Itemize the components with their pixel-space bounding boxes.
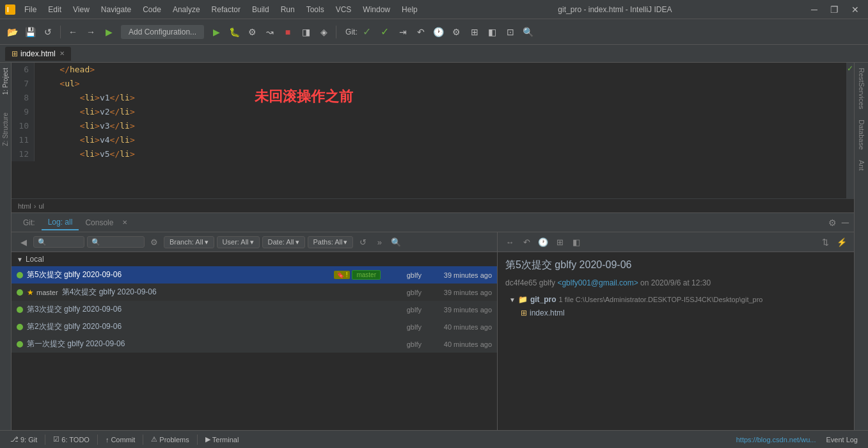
commit-row-3[interactable]: 第3次提交 gblfy 2020-09-06 gblfy 39 minutes … xyxy=(12,301,497,318)
add-configuration-button[interactable]: Add Configuration... xyxy=(121,25,204,39)
sort-icon[interactable]: ⇅ xyxy=(818,235,832,249)
save-button[interactable]: 💾 xyxy=(22,24,38,40)
paths-filter-button[interactable]: Paths: All ▾ xyxy=(308,236,354,248)
local-section-header[interactable]: ▼ Local xyxy=(12,252,497,266)
commit-row-5[interactable]: 第一次提交 gblfy 2020-09-06 gblfy 40 minutes … xyxy=(12,335,497,353)
tab-index-html[interactable]: ⊞ index.html ✕ xyxy=(5,47,71,61)
repo-header[interactable]: ▼ 📁 git_pro 1 file C:\Users\Administrato… xyxy=(505,292,846,307)
branch-filter-button[interactable]: Branch: All ▾ xyxy=(164,236,214,248)
build-button[interactable]: ⚙ xyxy=(244,24,260,40)
debug-button[interactable]: 🐛 xyxy=(226,24,242,40)
menu-vcs[interactable]: VCS xyxy=(331,4,357,15)
status-todo-item[interactable]: ☑ 6: TODO xyxy=(48,434,95,445)
stop-button[interactable]: ■ xyxy=(280,24,296,40)
panel-tab-git[interactable]: Git: xyxy=(17,216,42,230)
diff-settings-5[interactable]: ◧ xyxy=(569,235,583,249)
sidebar-project-label[interactable]: 1: Project xyxy=(1,65,10,97)
sidebar-structure-label[interactable]: Z: Structure xyxy=(1,110,10,148)
panel-tab-log[interactable]: Log: all xyxy=(42,215,79,230)
git-collapse-button[interactable]: ◀ xyxy=(17,235,31,249)
event-log-item[interactable]: Event Log xyxy=(821,435,863,445)
close-button[interactable]: ✕ xyxy=(848,3,863,16)
menu-code[interactable]: Code xyxy=(138,4,166,15)
git-search-input[interactable] xyxy=(33,236,84,248)
menu-file[interactable]: File xyxy=(19,4,42,15)
bookmark-tag-1: 🔖 ! xyxy=(334,271,351,279)
git-search-button[interactable]: 🔍 xyxy=(520,24,537,40)
menu-build[interactable]: Build xyxy=(247,4,274,15)
panel-tab-console[interactable]: Console xyxy=(79,216,120,230)
diff-settings-3[interactable]: 🕐 xyxy=(536,235,550,249)
breadcrumb-separator: › xyxy=(34,202,36,210)
git-branches-button[interactable]: ⊞ xyxy=(466,24,483,40)
coverage-button[interactable]: ◨ xyxy=(297,24,314,40)
run-config-arrow[interactable]: ▶ xyxy=(100,24,117,40)
user-filter-button[interactable]: User: All ▾ xyxy=(217,236,260,248)
git-stash-button[interactable]: ◧ xyxy=(484,24,501,40)
console-tab-close[interactable]: ✕ xyxy=(122,219,127,226)
git-text-search-icon[interactable]: 🔍 xyxy=(389,235,403,249)
commit-row-4[interactable]: 第2次提交 gblfy 2020-09-06 gblfy 40 minutes … xyxy=(12,318,497,335)
rest-services-label[interactable]: RestServices xyxy=(856,63,867,115)
breadcrumb-html[interactable]: html xyxy=(18,202,31,210)
date-filter-button[interactable]: Date: All ▾ xyxy=(262,236,305,248)
diff-settings-4[interactable]: ⊞ xyxy=(553,235,567,249)
editor-tab-bar: ⊞ index.html ✕ xyxy=(0,45,868,63)
restore-button[interactable]: ❐ xyxy=(826,3,842,16)
code-line-11: 11 <li>v4</li> xyxy=(12,133,854,147)
git-fetch-button[interactable]: ⊡ xyxy=(502,24,519,40)
menu-view[interactable]: View xyxy=(68,4,95,15)
status-terminal-item[interactable]: ▶ Terminal xyxy=(200,434,244,445)
repo-arrow-icon: ▼ xyxy=(509,296,516,303)
tab-close-button[interactable]: ✕ xyxy=(59,50,65,57)
commit-hash-value: dc4f4e65 xyxy=(505,278,537,287)
menu-refactor[interactable]: Refactor xyxy=(207,4,246,15)
status-problems-item[interactable]: ⚠ Problems xyxy=(146,434,194,445)
menu-window[interactable]: Window xyxy=(358,4,395,15)
git-check-1[interactable]: ✓ xyxy=(359,24,375,40)
menu-edit[interactable]: Edit xyxy=(43,4,67,15)
git-revert-button[interactable]: ↶ xyxy=(413,24,429,40)
resume-button[interactable]: ↝ xyxy=(262,24,278,40)
git-push-button[interactable]: ⚙ xyxy=(448,24,465,40)
git-more-icon[interactable]: » xyxy=(372,235,386,249)
editor-scrollbar[interactable]: ✓ xyxy=(846,63,854,198)
commit-dot-3 xyxy=(17,307,23,313)
git-filter-input[interactable] xyxy=(87,236,145,248)
database-label[interactable]: Database xyxy=(856,115,867,155)
code-editor: 6 </head> 7 <ul> 8 <li>v1</li> 9 <li>v2<… xyxy=(12,63,854,198)
file-item-1[interactable]: ⊞ index.html xyxy=(505,307,846,319)
forward-button[interactable]: → xyxy=(83,24,99,40)
git-merge-button[interactable]: ⇥ xyxy=(395,24,411,40)
profile-button[interactable]: ◈ xyxy=(315,24,332,40)
sync-button[interactable]: ↺ xyxy=(40,24,56,40)
breadcrumb-ul[interactable]: ul xyxy=(38,202,44,210)
local-section-label: Local xyxy=(26,255,44,264)
open-button[interactable]: 📂 xyxy=(4,24,20,40)
git-check-2[interactable]: ✓ xyxy=(377,24,393,40)
filter-icon[interactable]: ⚡ xyxy=(835,235,849,249)
diff-settings-1[interactable]: ↔ xyxy=(503,235,517,249)
menu-help[interactable]: Help xyxy=(397,4,423,15)
panel-minimize-icon[interactable]: ─ xyxy=(842,217,849,228)
menu-run[interactable]: Run xyxy=(276,4,300,15)
minimize-button[interactable]: ─ xyxy=(807,3,821,16)
commit-row-2[interactable]: ★ master 第4次提交 gblfy 2020-09-06 gblfy 39… xyxy=(12,284,497,301)
status-git-item[interactable]: ⎇ 9: Git xyxy=(5,434,42,445)
play-button[interactable]: ▶ xyxy=(208,24,225,40)
code-line-8: 8 <li>v1</li> xyxy=(12,91,854,105)
git-history-button[interactable]: 🕐 xyxy=(430,24,447,40)
git-refresh-icon[interactable]: ↺ xyxy=(356,235,370,249)
ant-label[interactable]: Ant xyxy=(856,155,867,176)
back-button[interactable]: ← xyxy=(65,24,81,40)
panel-settings-icon[interactable]: ⚙ xyxy=(828,218,837,228)
menu-analyze[interactable]: Analyze xyxy=(168,4,205,15)
status-sep-2 xyxy=(97,435,98,445)
commit-row-1[interactable]: 第5次提交 gblfy 2020-09-06 🔖 ! master gblfy … xyxy=(12,266,497,284)
menu-tools[interactable]: Tools xyxy=(301,4,329,15)
git-settings-icon[interactable]: ⚙ xyxy=(147,235,161,249)
status-link[interactable]: https://blog.csdn.net/wu... xyxy=(736,436,816,444)
diff-settings-2[interactable]: ↶ xyxy=(519,235,533,249)
menu-navigate[interactable]: Navigate xyxy=(96,4,136,15)
status-commit-item[interactable]: ↑ Commit xyxy=(100,435,140,445)
